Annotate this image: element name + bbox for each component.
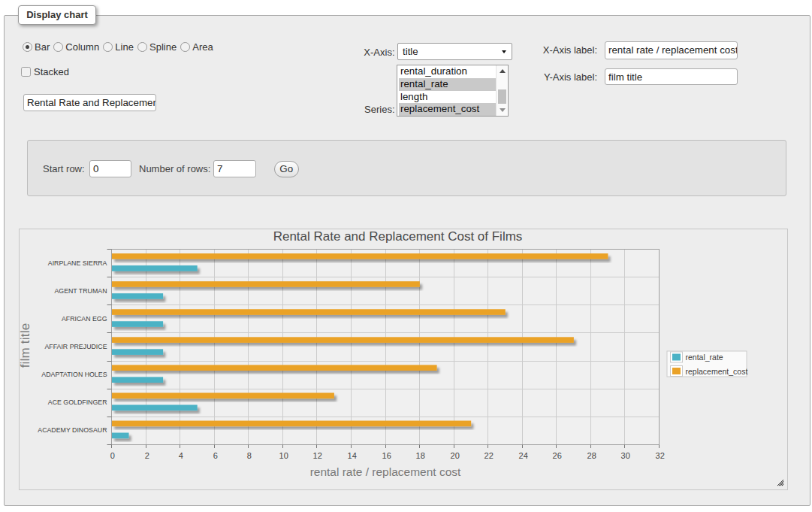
svg-text:32: 32: [656, 451, 665, 460]
svg-text:4: 4: [179, 451, 183, 460]
svg-text:30: 30: [621, 451, 630, 460]
svg-text:AFFAIR PREJUDICE: AFFAIR PREJUDICE: [44, 343, 107, 350]
svg-text:2: 2: [145, 451, 149, 460]
svg-text:Rental Rate and Replacement Co: Rental Rate and Replacement Cost of Film…: [273, 229, 523, 244]
svg-text:20: 20: [451, 451, 460, 460]
svg-text:16: 16: [382, 451, 391, 460]
svg-text:ACADEMY DINOSAUR: ACADEMY DINOSAUR: [38, 426, 107, 434]
svg-text:6: 6: [213, 451, 218, 460]
svg-text:ACE GOLDFINGER: ACE GOLDFINGER: [48, 398, 107, 406]
svg-text:8: 8: [247, 451, 252, 460]
svg-text:replacement_cost: replacement_cost: [686, 367, 748, 376]
svg-text:rental rate / replacement cost: rental rate / replacement cost: [310, 465, 461, 478]
svg-text:AFRICAN EGG: AFRICAN EGG: [62, 315, 107, 323]
svg-text:rental_rate: rental_rate: [686, 353, 723, 362]
svg-text:film title: film title: [19, 323, 32, 368]
svg-text:26: 26: [553, 451, 562, 460]
svg-text:0: 0: [110, 451, 115, 460]
svg-text:AGENT TRUMAN: AGENT TRUMAN: [54, 287, 107, 295]
svg-text:28: 28: [587, 451, 596, 460]
svg-text:AIRPLANE SIERRA: AIRPLANE SIERRA: [48, 259, 107, 267]
svg-text:14: 14: [348, 451, 357, 460]
svg-text:10: 10: [279, 451, 288, 460]
svg-text:ADAPTATION HOLES: ADAPTATION HOLES: [41, 371, 107, 378]
svg-text:22: 22: [484, 451, 494, 460]
svg-text:12: 12: [313, 451, 322, 460]
svg-text:24: 24: [519, 451, 528, 460]
svg-text:18: 18: [416, 451, 425, 460]
